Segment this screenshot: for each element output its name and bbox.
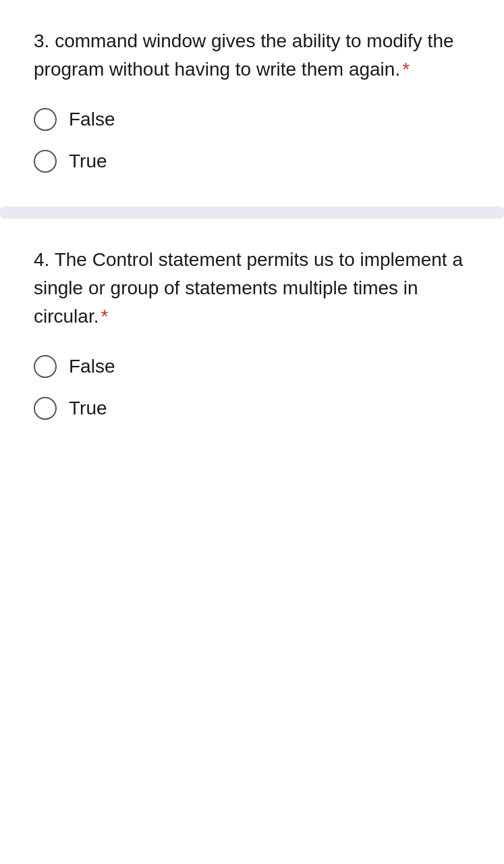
option-q3-false-label: False <box>69 109 115 130</box>
section-divider <box>0 207 504 219</box>
option-q3-true-label: True <box>69 151 107 172</box>
question-3-text: 3. command window gives the ability to m… <box>34 27 470 84</box>
radio-q3-false[interactable] <box>34 108 57 131</box>
option-q4-true-label: True <box>69 398 107 419</box>
required-star-q4: * <box>101 306 108 327</box>
option-q4-false-label: False <box>69 356 115 377</box>
question-3-section: 3. command window gives the ability to m… <box>0 0 504 207</box>
option-q3-false[interactable]: False <box>34 108 470 131</box>
radio-q3-true[interactable] <box>34 150 57 173</box>
option-q4-false[interactable]: False <box>34 355 470 378</box>
option-q3-true[interactable]: True <box>34 150 470 173</box>
required-star-q3: * <box>402 59 410 80</box>
question-4-text: 4. The Control statement permits us to i… <box>34 246 470 331</box>
question-4-options: False True <box>34 355 470 420</box>
radio-q4-true[interactable] <box>34 397 57 420</box>
question-3-options: False True <box>34 108 470 173</box>
radio-q4-false[interactable] <box>34 355 57 378</box>
option-q4-true[interactable]: True <box>34 397 470 420</box>
question-4-section: 4. The Control statement permits us to i… <box>0 219 504 447</box>
